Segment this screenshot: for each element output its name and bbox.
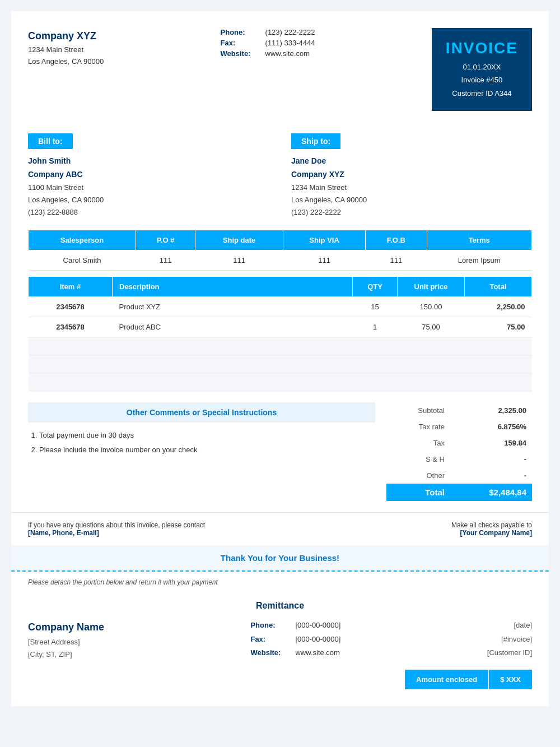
fax-value: (111) 333-4444 xyxy=(265,39,315,47)
bill-to-phone: (123) 222-8888 xyxy=(28,206,269,219)
table-row: 2345678 Product ABC 1 75.00 75.00 xyxy=(29,317,532,337)
totals-table: Subtotal 2,325.00 Tax rate 6.8756% Tax 1… xyxy=(386,402,532,501)
comment-item-2: Please include the invoice number on you… xyxy=(39,443,375,457)
company-name: Company XYZ xyxy=(28,28,104,44)
contact-info: Phone: (123) 222-2222 Fax: (111) 333-444… xyxy=(221,28,315,58)
remittance-website-label: Website: xyxy=(250,646,290,660)
thankyou-bar: Thank You for Your Business! xyxy=(11,545,549,570)
taxrate-value: 6.8756% xyxy=(450,419,532,435)
amount-enclosed-inner: Amount enclosed $ XXX xyxy=(405,670,532,689)
subtotal-row: Subtotal 2,325.00 xyxy=(386,402,532,419)
invoice-date: 01.01.20XX xyxy=(446,61,518,73)
total-label: Total xyxy=(386,484,450,501)
col-description: Description xyxy=(113,277,353,297)
sh-row: S & H - xyxy=(386,451,532,467)
col-unitprice: Unit price xyxy=(398,277,465,297)
bill-to-address2: Los Angeles, CA 90000 xyxy=(28,194,269,206)
remittance-contact: Phone: [000-00-0000] Fax: [000-00-0000] … xyxy=(250,619,340,660)
bill-to-company: Company ABC xyxy=(28,168,269,182)
remittance-customer-id: [Customer ID] xyxy=(487,646,532,660)
remittance-website: www.site.com xyxy=(295,646,339,660)
item-desc-1: Product XYZ xyxy=(113,297,353,317)
other-row: Other - xyxy=(386,467,532,484)
subtotal-value: 2,325.00 xyxy=(450,402,532,419)
col-terms: Terms xyxy=(427,230,531,250)
table-row: 2345678 Product XYZ 15 150.00 2,250.00 xyxy=(29,297,532,317)
amount-enclosed-bar: Amount enclosed $ XXX xyxy=(28,670,532,689)
invoice-header: Company XYZ 1234 Main Street Los Angeles… xyxy=(11,11,549,122)
website-label: Website: xyxy=(221,49,260,58)
remittance-title: Remittance xyxy=(28,593,532,619)
item-number-1: 2345678 xyxy=(29,297,113,317)
payable-note: Make all checks payable to [Your Company… xyxy=(451,521,532,537)
col-total: Total xyxy=(465,277,532,297)
remittance-section: Remittance Company Name [Street Address]… xyxy=(11,593,549,706)
item-price-1: 150.00 xyxy=(398,297,465,317)
totals-block: Subtotal 2,325.00 Tax rate 6.8756% Tax 1… xyxy=(386,402,532,501)
item-number-2: 2345678 xyxy=(29,317,113,337)
remittance-body: Company Name [Street Address] [City, ST,… xyxy=(28,619,532,661)
col-item: Item # xyxy=(29,277,113,297)
item-price-2: 75.00 xyxy=(398,317,465,337)
bill-to-name: John Smith xyxy=(28,155,269,168)
order-po: 111 xyxy=(136,250,195,271)
payable-text: Make all checks payable to xyxy=(451,521,532,529)
other-label: Other xyxy=(386,467,450,484)
col-po: P.O # xyxy=(136,230,195,250)
total-value: $2,484,84 xyxy=(450,484,532,501)
remittance-phone-label: Phone: xyxy=(250,619,290,633)
ship-to-address1: 1234 Main Street xyxy=(291,182,532,194)
col-qty: QTY xyxy=(353,277,398,297)
order-row: Carol Smith 111 111 111 111 Lorem Ipsum xyxy=(29,250,532,271)
remittance-address1: [Street Address] xyxy=(28,636,104,648)
fax-label: Fax: xyxy=(221,39,260,47)
order-shipdate: 111 xyxy=(195,250,283,271)
remittance-phone: [000-00-0000] xyxy=(295,619,340,633)
item-total-1: 2,250.00 xyxy=(465,297,532,317)
order-fob: 111 xyxy=(366,250,427,271)
remittance-address2: [City, ST, ZIP] xyxy=(28,648,104,661)
remittance-company: Company Name [Street Address] [City, ST,… xyxy=(28,619,104,661)
remittance-fax-label: Fax: xyxy=(250,633,290,647)
order-table-section: Salesperson P.O # Ship date Ship VIA F.O… xyxy=(11,230,549,271)
other-value: - xyxy=(450,467,532,484)
items-table: Item # Description QTY Unit price Total … xyxy=(28,276,532,391)
ship-to-phone: (123) 222-2222 xyxy=(291,206,532,219)
order-table: Salesperson P.O # Ship date Ship VIA F.O… xyxy=(28,230,532,271)
col-shipvia: Ship VIA xyxy=(283,230,365,250)
tax-value: 159.84 xyxy=(450,435,532,451)
col-shipdate: Ship date xyxy=(195,230,283,250)
tax-label: Tax xyxy=(386,435,450,451)
remittance-date: [date] xyxy=(487,619,532,633)
ship-to-label: Ship to: xyxy=(291,133,340,149)
table-row-empty xyxy=(29,337,532,355)
order-salesperson: Carol Smith xyxy=(29,250,136,271)
contact-name: [Name, Phone, E-mail] xyxy=(28,529,205,537)
taxrate-label: Tax rate xyxy=(386,419,450,435)
comments-title: Other Comments or Special Instructions xyxy=(28,402,375,423)
bill-ship-section: Bill to: John Smith Company ABC 1100 Mai… xyxy=(11,122,549,230)
item-total-2: 75.00 xyxy=(465,317,532,337)
table-row-empty xyxy=(29,373,532,391)
table-row-empty xyxy=(29,355,532,373)
comment-item-1: Total payment due in 30 days xyxy=(39,428,375,443)
items-table-section: Item # Description QTY Unit price Total … xyxy=(11,276,549,391)
invoice-title: INVOICE xyxy=(446,39,518,57)
item-qty-1: 15 xyxy=(353,297,398,317)
amount-enclosed-label: Amount enclosed xyxy=(405,670,488,689)
order-terms: Lorem Ipsum xyxy=(427,250,531,271)
subtotal-label: Subtotal xyxy=(386,402,450,419)
bottom-section: Other Comments or Special Instructions T… xyxy=(11,397,549,512)
sh-label: S & H xyxy=(386,451,450,467)
col-fob: F.O.B xyxy=(366,230,427,250)
ship-to-company: Company XYZ xyxy=(291,168,532,182)
thankyou-text: Thank You for Your Business! xyxy=(221,553,339,563)
item-qty-2: 1 xyxy=(353,317,398,337)
invoice-number: Invoice #450 xyxy=(446,73,518,86)
order-shipvia: 111 xyxy=(283,250,365,271)
bill-to-address1: 1100 Main Street xyxy=(28,182,269,194)
payable-name: [Your Company Name] xyxy=(451,529,532,537)
sh-value: - xyxy=(450,451,532,467)
item-desc-2: Product ABC xyxy=(113,317,353,337)
remittance-company-name: Company Name xyxy=(28,619,104,636)
